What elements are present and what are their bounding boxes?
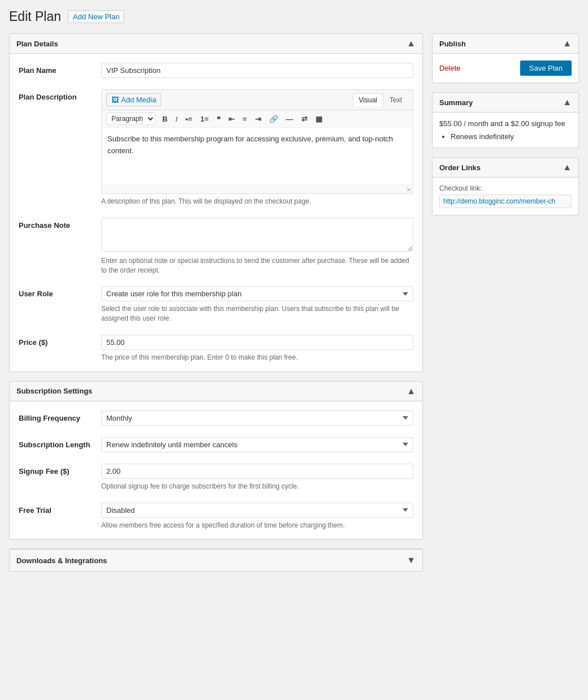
purchase-note-row: Purchase Note Enter an optional note or … — [19, 218, 413, 275]
plan-name-field — [101, 63, 413, 78]
italic-button[interactable]: I — [172, 113, 181, 125]
blockquote-button[interactable]: ❝ — [213, 113, 224, 125]
ol-button[interactable]: 1≡ — [197, 113, 212, 125]
plan-details-panel: Plan Details ▲ Plan Name Plan Descriptio… — [9, 33, 423, 372]
billing-frequency-label: Billing Frequency — [19, 411, 92, 422]
publish-collapse-icon: ▲ — [563, 38, 572, 49]
subscription-length-row: Subscription Length Renew indefinitely u… — [19, 437, 413, 452]
price-hint: The price of this membership plan. Enter… — [101, 353, 413, 362]
free-trial-label: Free Trial — [19, 503, 92, 515]
user-role-select[interactable]: Create user role for this membership pla… — [101, 286, 413, 301]
media-icon: 🖼 — [111, 96, 119, 104]
subscription-settings-header[interactable]: Subscription Settings ▲ — [10, 382, 422, 401]
summary-list-item: Renews indefinitely — [451, 132, 572, 141]
free-trial-field: Disabled Allow members free access for a… — [101, 503, 413, 530]
bold-button[interactable]: B — [159, 113, 171, 125]
main-layout: Plan Details ▲ Plan Name Plan Descriptio… — [9, 33, 579, 572]
downloads-panel-header[interactable]: Downloads & Integrations ▼ — [10, 549, 422, 571]
user-role-row: User Role Create user role for this memb… — [19, 286, 413, 323]
signup-fee-input[interactable] — [101, 464, 413, 479]
purchase-note-hint: Enter an optional note or special instru… — [101, 256, 413, 275]
plan-description-label: Plan Description — [19, 89, 92, 101]
signup-fee-row: Signup Fee ($) Optional signup fee to ch… — [19, 464, 413, 491]
plan-description-field: 🖼 Add Media Visual Text — [101, 89, 413, 206]
publish-panel-header[interactable]: Publish ▲ — [433, 34, 578, 54]
price-input[interactable] — [101, 335, 413, 350]
table-button[interactable]: ▦ — [312, 113, 326, 125]
paragraph-select[interactable]: Paragraph — [106, 113, 155, 125]
purchase-note-label: Purchase Note — [19, 218, 92, 230]
summary-title: Summary — [439, 98, 473, 107]
subscription-length-label: Subscription Length — [19, 437, 92, 449]
summary-panel: Summary ▲ $55.00 / month and a $2.00 sig… — [432, 92, 579, 148]
delete-link[interactable]: Delete — [439, 64, 461, 72]
free-trial-select[interactable]: Disabled — [101, 503, 413, 518]
order-links-panel: Order Links ▲ Checkout link: — [432, 157, 579, 215]
more-button[interactable]: — — [283, 113, 297, 125]
checkout-url-input[interactable] — [439, 195, 572, 208]
publish-panel: Publish ▲ Delete Save Plan — [432, 33, 579, 83]
subscription-settings-collapse-icon: ▲ — [407, 386, 416, 396]
tab-visual[interactable]: Visual — [353, 93, 383, 106]
summary-collapse-icon: ▲ — [563, 97, 572, 107]
summary-panel-header[interactable]: Summary ▲ — [433, 93, 578, 113]
align-center-button[interactable]: ≡ — [239, 113, 250, 125]
subscription-settings-panel: Subscription Settings ▲ Billing Frequenc… — [9, 381, 423, 540]
price-field: The price of this membership plan. Enter… — [101, 335, 413, 362]
plan-details-collapse-icon: ▲ — [407, 38, 416, 49]
signup-fee-field: Optional signup fee to charge subscriber… — [101, 464, 413, 491]
purchase-note-field: Enter an optional note or special instru… — [101, 218, 413, 275]
editor-tabs: Visual Text — [353, 93, 408, 106]
publish-actions: Delete Save Plan — [433, 54, 578, 83]
purchase-note-input[interactable] — [101, 218, 413, 252]
add-media-button[interactable]: 🖼 Add Media — [106, 93, 161, 106]
link-button[interactable]: 🔗 — [266, 113, 282, 125]
billing-frequency-select[interactable]: Monthly — [101, 411, 413, 426]
plan-details-body: Plan Name Plan Description 🖼 Add M — [10, 54, 422, 371]
add-new-plan-button[interactable]: Add New Plan — [68, 10, 124, 23]
editor-content[interactable]: Subscribe to this membership program for… — [102, 128, 413, 184]
signup-fee-label: Signup Fee ($) — [19, 464, 92, 476]
add-media-label: Add Media — [121, 96, 156, 104]
billing-frequency-field: Monthly — [101, 411, 413, 426]
order-links-body: Checkout link: — [433, 178, 578, 215]
plan-name-row: Plan Name — [19, 63, 413, 78]
align-right-button[interactable]: ⇥ — [252, 113, 265, 125]
plan-details-panel-header[interactable]: Plan Details ▲ — [10, 34, 422, 54]
order-links-collapse-icon: ▲ — [563, 162, 572, 172]
tab-text[interactable]: Text — [383, 93, 408, 106]
order-links-panel-header[interactable]: Order Links ▲ — [433, 158, 578, 178]
free-trial-hint: Allow members free access for a specifie… — [101, 521, 413, 530]
main-column: Plan Details ▲ Plan Name Plan Descriptio… — [9, 33, 423, 572]
align-left-button[interactable]: ⇤ — [225, 113, 238, 125]
editor-toolbar: Paragraph B I •≡ 1≡ ❝ ⇤ ≡ ⇥ 🔗 — [102, 110, 413, 128]
ul-button[interactable]: •≡ — [182, 113, 196, 125]
subscription-length-select[interactable]: Renew indefinitely until member cancels — [101, 437, 413, 452]
editor-hint: A description of this plan. This will be… — [101, 197, 413, 206]
editor-container: 🖼 Add Media Visual Text — [101, 89, 413, 194]
free-trial-row: Free Trial Disabled Allow members free a… — [19, 503, 413, 530]
subscription-settings-title: Subscription Settings — [16, 387, 92, 395]
price-label: Price ($) — [19, 335, 92, 347]
order-links-title: Order Links — [439, 163, 481, 172]
summary-body: $55.00 / month and a $2.00 signup fee Re… — [433, 113, 578, 148]
add-media-row: 🖼 Add Media Visual Text — [102, 90, 413, 110]
signup-fee-hint: Optional signup fee to charge subscriber… — [101, 482, 413, 491]
plan-name-input[interactable] — [101, 63, 413, 78]
downloads-expand-icon: ▼ — [407, 555, 416, 565]
downloads-panel: Downloads & Integrations ▼ — [9, 548, 423, 572]
save-plan-button[interactable]: Save Plan — [520, 61, 572, 76]
plan-details-title: Plan Details — [16, 40, 58, 48]
editor-resize-handle: ⇲ — [102, 184, 413, 193]
fullscreen-button[interactable]: ⇄ — [298, 113, 311, 125]
side-column: Publish ▲ Delete Save Plan Summary ▲ $55… — [432, 33, 579, 215]
subscription-settings-body: Billing Frequency Monthly Subscription L… — [10, 401, 422, 539]
subscription-length-field: Renew indefinitely until member cancels — [101, 437, 413, 452]
user-role-label: User Role — [19, 286, 92, 298]
publish-title: Publish — [439, 40, 466, 48]
user-role-field: Create user role for this membership pla… — [101, 286, 413, 323]
summary-list: Renews indefinitely — [439, 132, 572, 141]
page-title: Edit Plan — [9, 9, 61, 24]
billing-frequency-row: Billing Frequency Monthly — [19, 411, 413, 426]
checkout-label: Checkout link: — [439, 184, 572, 192]
